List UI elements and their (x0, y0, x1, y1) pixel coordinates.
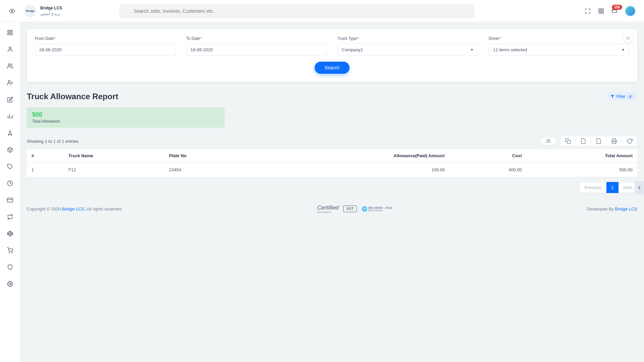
refresh-button[interactable] (622, 136, 637, 146)
sidebar-dashboard-icon[interactable] (6, 29, 14, 36)
sidebar-clock-icon[interactable] (6, 180, 14, 187)
filter-toggle-pill[interactable]: Filter 4 (606, 93, 637, 101)
col-truck-name[interactable]: Truck Name↑↓ (64, 149, 164, 163)
driver-select[interactable]: 11 items selected ▼ (489, 44, 629, 56)
table-row: 1 F12 23454 100.00 400.00 500.00 (27, 163, 637, 177)
sidebar-package-icon[interactable] (6, 146, 14, 154)
iso-badge: 🌐ISO 25000 : 2014REGISTERED (362, 206, 392, 212)
page-size-select[interactable]: 25 (540, 137, 556, 145)
svg-point-0 (11, 10, 13, 12)
certified-badge: CertifiedACCOUNTS (317, 204, 338, 213)
sidebar-reports-icon[interactable] (6, 113, 14, 120)
pagination: Previous 1 Next (27, 182, 637, 193)
svg-point-14 (8, 64, 10, 66)
summary-label: Total Allowance (32, 119, 219, 124)
brand-sub: بريدج لسس (40, 11, 62, 17)
svg-rect-3 (599, 9, 600, 10)
svg-point-15 (8, 80, 10, 82)
sidebar-add-user-icon[interactable] (6, 79, 14, 86)
from-date-label: From Date* (35, 36, 175, 41)
close-filter-button[interactable] (623, 34, 633, 43)
footer-developed-by: Developed By Bridge LCS (587, 206, 637, 212)
notification-badge: 156 (612, 5, 622, 10)
col-plate-no[interactable]: Plate No↑↓ (164, 149, 349, 163)
svg-rect-10 (11, 30, 12, 32)
visibility-icon[interactable] (8, 7, 16, 15)
brand-block: Bridge Bridge LCS بريدج لسس (24, 5, 62, 17)
col-index[interactable]: #↑↓ (27, 149, 64, 163)
caret-down-icon: ▼ (470, 48, 474, 52)
sidebar-settings-icon[interactable] (6, 280, 14, 288)
sidebar-card-icon[interactable] (6, 196, 14, 204)
side-collapse-button[interactable] (635, 181, 644, 194)
svg-point-32 (12, 252, 12, 253)
sidebar-edit-icon[interactable] (6, 96, 14, 103)
svg-marker-36 (611, 95, 614, 98)
summary-card: 500 Total Allowance (27, 107, 225, 128)
svg-rect-4 (602, 9, 603, 10)
print-button[interactable] (606, 136, 622, 146)
brand-logo: Bridge (24, 5, 36, 17)
page-1-button[interactable]: 1 (606, 182, 619, 193)
export-csv-button[interactable] (576, 136, 591, 146)
filter-panel: From Date* To Date* Truck Type* Company1… (27, 29, 637, 82)
svg-rect-26 (7, 198, 13, 202)
copy-button[interactable] (560, 136, 576, 146)
sidebar-navigation-icon[interactable] (6, 129, 14, 137)
col-cost[interactable]: Cost↑↓ (449, 149, 527, 163)
footer-copyright: Copyright © 2020 Bridge LCS. All rights … (27, 206, 123, 212)
export-excel-button[interactable] (591, 136, 606, 146)
global-search-input[interactable] (119, 4, 475, 18)
sidebar-transfer-icon[interactable] (6, 213, 14, 221)
page-title: Truck Allowance Report (27, 92, 118, 101)
search-button[interactable]: Search (315, 62, 350, 74)
svg-point-33 (9, 283, 11, 285)
svg-marker-22 (8, 131, 12, 135)
sidebar (0, 22, 20, 362)
from-date-input[interactable] (35, 44, 175, 56)
footer: Copyright © 2020 Bridge LCS. All rights … (27, 204, 637, 213)
svg-rect-6 (599, 11, 600, 13)
truck-type-select[interactable]: Company1 ▼ (337, 44, 478, 56)
svg-rect-9 (8, 30, 9, 32)
svg-point-31 (9, 252, 10, 253)
prev-page-button[interactable]: Previous (579, 182, 606, 193)
caret-down-icon: ▼ (622, 48, 625, 52)
user-avatar[interactable] (625, 6, 636, 16)
apps-grid-icon[interactable] (598, 8, 604, 14)
sidebar-users-icon[interactable] (6, 62, 14, 70)
to-date-input[interactable] (186, 44, 327, 56)
vat-badge: VAT (343, 205, 357, 212)
table-showing-text: Showing 1 to 1 of 1 entries (27, 139, 78, 144)
col-allowance[interactable]: Allowance(Paid) Amount↑↓ (349, 149, 449, 163)
svg-rect-12 (8, 33, 9, 35)
sidebar-cart-icon[interactable] (6, 247, 14, 254)
sidebar-tag-icon[interactable] (6, 163, 14, 170)
fullscreen-icon[interactable] (585, 8, 591, 14)
to-date-label: To Date* (186, 36, 327, 41)
sidebar-user-icon[interactable] (6, 46, 14, 53)
col-total[interactable]: Total Amount↑↓ (527, 149, 637, 163)
footer-dev-link[interactable]: Bridge LCS (615, 206, 637, 212)
footer-brand-link[interactable]: Bridge LCS (62, 206, 84, 212)
svg-rect-38 (612, 142, 615, 144)
sidebar-shield-icon[interactable] (6, 263, 14, 271)
svg-rect-11 (11, 33, 12, 35)
svg-rect-5 (602, 11, 603, 13)
summary-value: 500 (32, 111, 219, 118)
notifications-icon[interactable]: 156 (611, 8, 618, 14)
driver-label: Driver* (489, 36, 629, 41)
allowance-table: #↑↓ Truck Name↑↓ Plate No↑↓ Allowance(Pa… (27, 149, 637, 177)
brand-name: Bridge LCS (40, 5, 62, 11)
svg-rect-37 (567, 140, 571, 144)
sidebar-codepen-icon[interactable] (6, 230, 14, 237)
svg-point-13 (9, 47, 11, 49)
truck-type-label: Truck Type* (337, 36, 478, 41)
